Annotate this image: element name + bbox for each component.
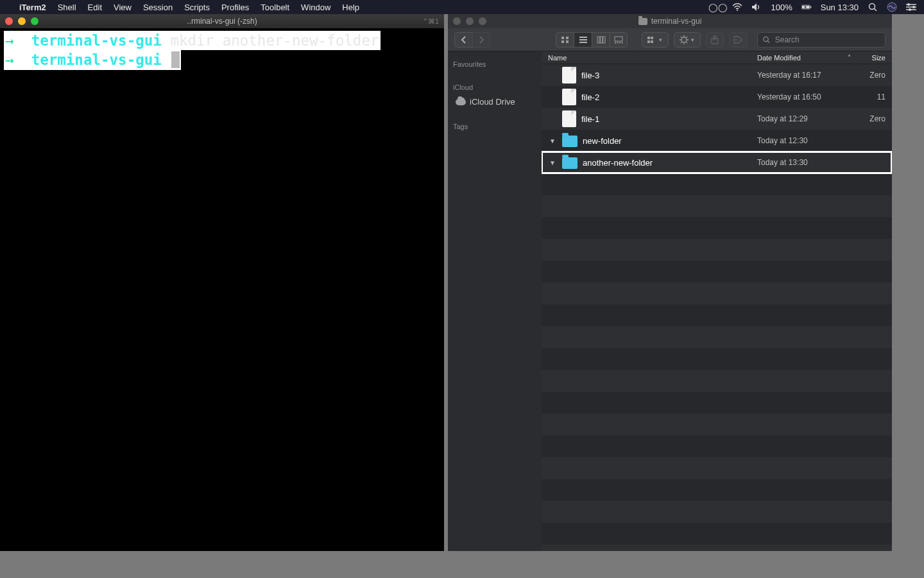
menu-toolbelt[interactable]: Toolbelt — [261, 3, 289, 12]
disclosure-triangle-icon[interactable]: ▼ — [548, 159, 557, 166]
menu-session[interactable]: Session — [143, 3, 173, 12]
battery-icon[interactable] — [801, 2, 812, 12]
reading-glasses-icon[interactable]: ◯◯ — [713, 2, 723, 12]
svg-rect-29 — [622, 42, 623, 43]
file-row[interactable]: file-2Yesterday at 16:5011 — [542, 86, 892, 108]
prompt-arrow-icon: → — [5, 51, 14, 68]
prompt-arrow-icon: → — [5, 32, 14, 49]
window-close-button[interactable] — [453, 17, 461, 25]
search-icon — [763, 36, 770, 44]
wifi-icon[interactable] — [732, 2, 742, 12]
svg-rect-4 — [810, 6, 811, 8]
svg-rect-24 — [603, 37, 605, 43]
nav-forward-button[interactable] — [472, 32, 490, 48]
sidebar-section-tags[interactable]: Tags — [453, 123, 536, 130]
nav-back-button[interactable] — [454, 32, 472, 48]
view-list-button[interactable] — [574, 32, 592, 48]
view-column-button[interactable] — [592, 32, 610, 48]
finder-search[interactable] — [757, 32, 886, 48]
file-date: Yesterday at 16:17 — [752, 71, 856, 80]
svg-rect-33 — [651, 40, 653, 43]
sidebar-section-favourites[interactable]: Favourites — [453, 60, 536, 68]
control-center-icon[interactable] — [906, 2, 916, 12]
svg-rect-27 — [617, 42, 619, 43]
terminal-window: ..rminal-vs-gui (-zsh) ⌃⌘1 → terminal-vs… — [0, 14, 444, 551]
view-mode-segment — [556, 32, 628, 48]
svg-rect-32 — [647, 40, 650, 43]
svg-line-48 — [767, 40, 769, 42]
battery-percent: 100% — [771, 3, 792, 12]
svg-rect-30 — [647, 37, 650, 39]
file-date: Yesterday at 16:50 — [752, 92, 856, 101]
app-menu[interactable]: iTerm2 — [19, 3, 46, 12]
file-name: new-folder — [583, 136, 622, 146]
terminal-titlebar[interactable]: ..rminal-vs-gui (-zsh) ⌃⌘1 — [0, 14, 444, 28]
finder-titlebar[interactable]: terminal-vs-gui — [448, 14, 892, 28]
sidebar-section-icloud[interactable]: iCloud — [453, 83, 536, 91]
terminal-command: mkdir another-new-folder — [170, 32, 379, 49]
svg-line-41 — [681, 42, 682, 43]
spotlight-icon[interactable] — [868, 2, 878, 12]
svg-rect-31 — [651, 37, 653, 39]
file-name: another-new-folder — [583, 158, 653, 168]
finder-title: terminal-vs-gui — [651, 17, 702, 26]
cloud-icon — [456, 99, 466, 105]
menu-view[interactable]: View — [114, 3, 132, 12]
svg-rect-18 — [566, 40, 569, 43]
sidebar-item-icloud-drive[interactable]: iCloud Drive — [453, 95, 536, 109]
window-close-button[interactable] — [5, 17, 13, 25]
svg-point-14 — [909, 8, 911, 11]
search-input[interactable] — [774, 35, 880, 45]
svg-point-47 — [764, 37, 768, 41]
window-zoom-button[interactable] — [31, 17, 38, 25]
prompt-directory: terminal-vs-gui — [31, 32, 162, 49]
file-listing: Name Date Modified ˄ Size file-3Yesterda… — [542, 51, 892, 551]
file-row[interactable]: file-3Yesterday at 16:17Zero — [542, 64, 892, 86]
svg-point-0 — [737, 10, 738, 11]
window-minimize-button[interactable] — [466, 17, 474, 25]
siri-icon[interactable] — [887, 2, 897, 12]
column-header-date[interactable]: Date Modified ˄ — [752, 54, 856, 62]
menu-window[interactable]: Window — [301, 3, 330, 12]
menu-scripts[interactable]: Scripts — [184, 3, 210, 12]
file-row[interactable]: file-1Today at 12:29Zero — [542, 108, 892, 130]
svg-rect-15 — [561, 37, 564, 39]
window-minimize-button[interactable] — [18, 17, 26, 25]
svg-point-6 — [869, 4, 875, 10]
disclosure-triangle-icon[interactable]: ▼ — [548, 137, 557, 144]
action-menu-button[interactable]: ▾ — [674, 32, 701, 48]
menu-profiles[interactable]: Profiles — [221, 3, 249, 12]
folder-icon — [562, 136, 578, 147]
finder-toolbar: ▾ ▾ — [448, 28, 892, 51]
finder-window: terminal-vs-gui — [448, 14, 892, 551]
terminal-title: ..rminal-vs-gui (-zsh) — [0, 17, 444, 26]
folder-row[interactable]: ▼new-folderToday at 12:30 — [542, 130, 892, 152]
terminal-body[interactable]: → terminal-vs-gui mkdir another-new-fold… — [0, 28, 444, 551]
view-gallery-button[interactable] — [610, 32, 628, 48]
column-header-size[interactable]: Size — [856, 54, 892, 62]
window-zoom-button[interactable] — [479, 17, 486, 25]
clock[interactable]: Sun 13:30 — [821, 3, 859, 12]
menu-edit[interactable]: Edit — [88, 3, 102, 12]
svg-rect-25 — [615, 37, 622, 41]
file-name: file-3 — [581, 71, 599, 80]
folder-icon — [638, 18, 647, 25]
tags-button[interactable] — [729, 32, 747, 48]
terminal-pane-badge: ⌃⌘1 — [422, 17, 439, 26]
file-size: Zero — [856, 71, 892, 80]
view-icon-button[interactable] — [556, 32, 574, 48]
file-date: Today at 13:30 — [752, 158, 856, 167]
prompt-directory: terminal-vs-gui — [31, 51, 162, 68]
menu-help[interactable]: Help — [342, 3, 359, 12]
file-name: file-2 — [581, 92, 599, 102]
file-size: Zero — [856, 114, 892, 123]
menu-shell[interactable]: Shell — [58, 3, 76, 12]
volume-icon[interactable] — [751, 2, 762, 12]
finder-sidebar: Favourites iCloud iCloud Drive Tags — [448, 51, 542, 551]
svg-marker-1 — [752, 3, 757, 11]
svg-point-34 — [681, 37, 687, 42]
group-by-button[interactable]: ▾ — [642, 32, 669, 48]
share-button[interactable] — [706, 32, 724, 48]
column-header-name[interactable]: Name — [542, 54, 752, 62]
folder-row[interactable]: ▼another-new-folderToday at 13:30 — [542, 152, 892, 173]
